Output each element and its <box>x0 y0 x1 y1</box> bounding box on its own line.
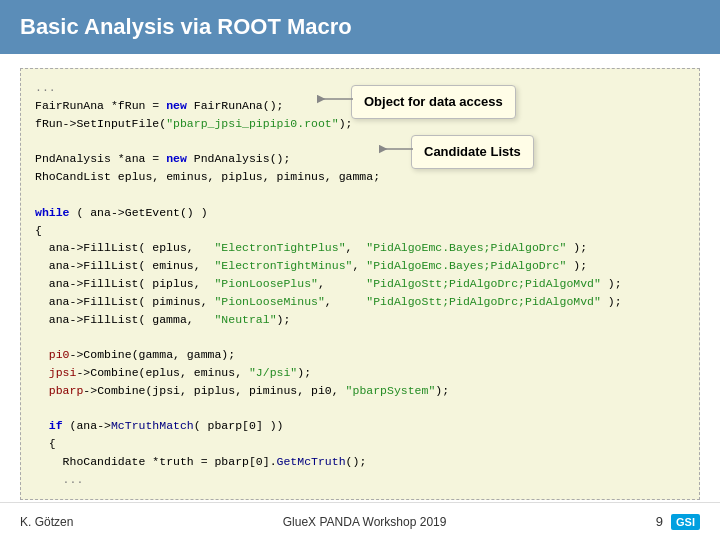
code-line-blank2 <box>35 186 685 204</box>
tooltip2-arrow <box>383 141 415 157</box>
code-line-18: RhoCandidate *truth = pbarp[0].GetMcTrut… <box>35 453 685 471</box>
code-line-16: if (ana->McTruthMatch( pbarp[0] )) <box>35 417 685 435</box>
code-line-10: ana->FillList( piplus, "PionLoosePlus", … <box>35 275 685 293</box>
tooltip-candidate-lists: Candidate Lists <box>411 135 534 169</box>
code-line-5: RhoCandList eplus, eminus, piplus, pimin… <box>35 168 685 186</box>
code-line-14: jpsi->Combine(eplus, eminus, "J/psi"); <box>35 364 685 382</box>
slide-header: Basic Analysis via ROOT Macro <box>0 0 720 54</box>
code-line-blank4 <box>35 400 685 418</box>
code-line-17: { <box>35 435 685 453</box>
footer-event: GlueX PANDA Workshop 2019 <box>283 515 447 529</box>
footer-right: 9 GSI <box>656 514 700 530</box>
page-number: 9 <box>656 514 663 529</box>
gsi-logo: GSI <box>671 514 700 530</box>
code-line-11: ana->FillList( piminus, "PionLooseMinus"… <box>35 293 685 311</box>
code-line-7: { <box>35 222 685 240</box>
code-line-6: while ( ana->GetEvent() ) <box>35 204 685 222</box>
code-line-4: PndAnalysis *ana = new PndAnalysis(); <box>35 150 685 168</box>
gsi-logo-box: GSI <box>671 514 700 530</box>
code-line-15: pbarp->Combine(jpsi, piplus, piminus, pi… <box>35 382 685 400</box>
slide-footer: K. Götzen GlueX PANDA Workshop 2019 9 GS… <box>0 502 720 540</box>
code-line-blank1 <box>35 132 685 150</box>
code-line-blank3 <box>35 328 685 346</box>
main-content: ... FairRunAna *fRun = new FairRunAna();… <box>0 54 720 510</box>
tooltip-object-data-access: Object for data access <box>351 85 516 119</box>
code-line-9: ana->FillList( eminus, "ElectronTightMin… <box>35 257 685 275</box>
code-line-8: ana->FillList( eplus, "ElectronTightPlus… <box>35 239 685 257</box>
code-line-19: ... <box>35 471 685 489</box>
code-line-13: pi0->Combine(gamma, gamma); <box>35 346 685 364</box>
footer-author: K. Götzen <box>20 515 73 529</box>
code-block: ... FairRunAna *fRun = new FairRunAna();… <box>20 68 700 500</box>
header-title: Basic Analysis via ROOT Macro <box>20 14 352 39</box>
tooltip1-arrow <box>321 87 356 107</box>
code-line-12: ana->FillList( gamma, "Neutral"); <box>35 311 685 329</box>
